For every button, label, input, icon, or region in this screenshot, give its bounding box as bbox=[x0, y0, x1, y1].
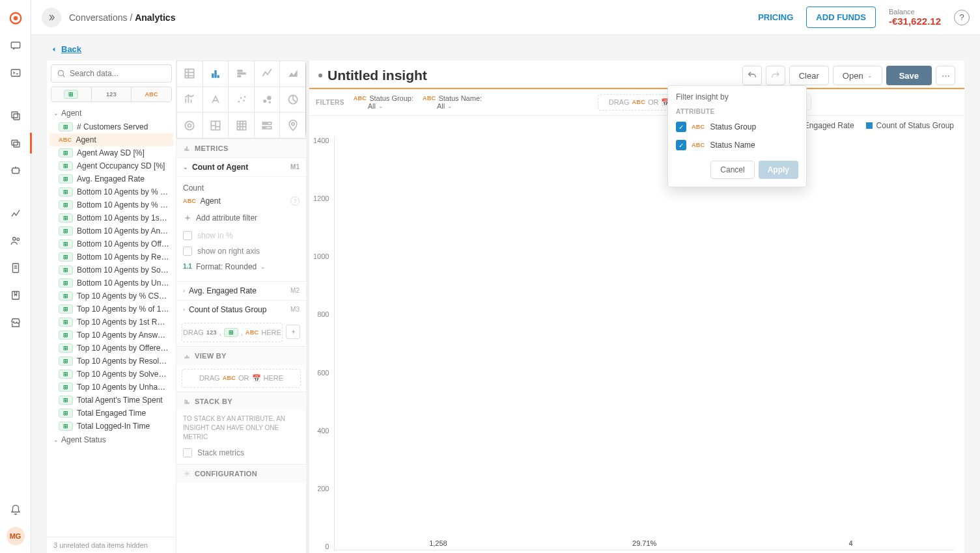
tree-group[interactable]: ⌄Agent bbox=[49, 106, 173, 120]
nav-analytics-icon[interactable] bbox=[5, 133, 26, 154]
tree-item[interactable]: ⊞Top 10 Agents by % of 1 To... bbox=[49, 303, 173, 316]
nav-reports-icon[interactable] bbox=[5, 203, 26, 224]
show-in-percent-checkbox[interactable]: show in % bbox=[183, 228, 300, 243]
add-funds-button[interactable]: ADD FUNDS bbox=[806, 7, 876, 28]
metric-avg-engaged-rate[interactable]: ›Avg. Engaged Rate M2 bbox=[176, 281, 306, 300]
chart-bar[interactable]: 1,258 bbox=[399, 539, 477, 550]
type-tab-metric[interactable]: ⊞ bbox=[51, 87, 92, 101]
filter-chip-status-group[interactable]: ABCStatus Group: All⌄ bbox=[354, 94, 413, 110]
legend-item[interactable]: Count of Status Group bbox=[866, 121, 954, 130]
tree-item[interactable]: ⊞Top 10 Agents by % CSAT ... bbox=[49, 290, 173, 303]
logo-icon[interactable] bbox=[5, 8, 26, 29]
stack-metrics-checkbox[interactable]: Stack metrics bbox=[176, 446, 306, 464]
tree-item[interactable]: ⊞Agent Away SD [%] bbox=[49, 146, 173, 159]
metric-attribute-agent[interactable]: ABC Agent ? bbox=[183, 194, 300, 208]
chart-type-donut[interactable] bbox=[177, 113, 203, 138]
tree-item[interactable]: ⊞Bottom 10 Agents by Resol... bbox=[49, 250, 173, 263]
tree-item[interactable]: ⊞Top 10 Agents by Unhandle... bbox=[49, 381, 173, 394]
viewby-drop-zone[interactable]: DRAG ABC OR 📅 HERE bbox=[182, 369, 301, 388]
insight-title[interactable]: Untitled insight bbox=[328, 68, 427, 83]
tree-item[interactable]: ⊞Top 10 Agents by Offered C... bbox=[49, 342, 173, 355]
tree-item[interactable]: ⊞Total Logged-In Time bbox=[49, 420, 173, 433]
popover-subheading: ATTRIBUTE bbox=[668, 105, 806, 118]
svg-rect-7 bbox=[14, 142, 20, 148]
tree-item[interactable]: ⊞Total Engaged Time bbox=[49, 407, 173, 420]
tree-item[interactable]: ⊞# Customers Served bbox=[49, 120, 173, 133]
tree-item[interactable]: ⊞Bottom 10 Agents by Unha... bbox=[49, 276, 173, 290]
chart-type-line[interactable] bbox=[255, 61, 280, 87]
chart-type-heatmap[interactable] bbox=[229, 113, 254, 138]
metric-count-of-status-group[interactable]: ›Count of Status Group M3 bbox=[176, 300, 306, 319]
tree-item[interactable]: ⊞Agent Occupancy SD [%] bbox=[49, 159, 173, 172]
chart-bar[interactable]: 29.71% bbox=[606, 539, 684, 550]
chart-type-column[interactable] bbox=[203, 61, 229, 87]
search-input[interactable] bbox=[51, 64, 172, 83]
save-button[interactable]: Save bbox=[886, 66, 932, 85]
chart-type-pie[interactable] bbox=[280, 87, 305, 113]
tree-item[interactable]: ⊞Bottom 10 Agents by 1st R... bbox=[49, 211, 173, 224]
tree-item[interactable]: ⊞Bottom 10 Agents by Answ... bbox=[49, 224, 173, 237]
format-selector[interactable]: 1.1 Format: Rounded ⌄ bbox=[183, 259, 300, 275]
back-link[interactable]: Back bbox=[47, 44, 964, 54]
pricing-link[interactable]: PRICING bbox=[753, 8, 798, 26]
filter-chip-status-name[interactable]: ABCStatus Name: All⌄ bbox=[423, 94, 482, 110]
chart-type-headline[interactable] bbox=[203, 87, 229, 113]
notifications-icon[interactable] bbox=[5, 500, 26, 520]
help-icon[interactable]: ? bbox=[954, 10, 970, 25]
expand-sidebar-button[interactable] bbox=[42, 8, 61, 27]
tree-item[interactable]: ⊞Top 10 Agents by 1st Resp... bbox=[49, 316, 173, 329]
tree-item[interactable]: ⊞Top 10 Agents by Resolutio... bbox=[49, 355, 173, 368]
tree-item[interactable]: ⊞Top 10 Agents by Solved C... bbox=[49, 368, 173, 381]
chart-type-geo[interactable] bbox=[280, 113, 305, 138]
svg-point-20 bbox=[238, 101, 240, 103]
nav-docs-icon[interactable] bbox=[5, 258, 26, 278]
tree-item[interactable]: ⊞Avg. Engaged Rate bbox=[49, 172, 173, 185]
type-tab-attribute[interactable]: ABC bbox=[132, 87, 171, 101]
show-on-right-axis-checkbox[interactable]: show on right axis bbox=[183, 243, 300, 259]
type-tab-number[interactable]: 123 bbox=[92, 87, 132, 101]
tree-group[interactable]: ⌄Agent Status bbox=[49, 433, 173, 447]
nav-bookmark-icon[interactable] bbox=[5, 285, 26, 306]
nav-layers-icon[interactable] bbox=[5, 105, 26, 126]
chart-type-treemap[interactable] bbox=[203, 113, 229, 138]
tree-item[interactable]: ⊞Bottom 10 Agents by Offer... bbox=[49, 237, 173, 250]
configuration-section-header[interactable]: CONFIGURATION bbox=[176, 464, 306, 483]
add-metric-button[interactable]: ＋ bbox=[286, 325, 300, 339]
chart-type-table[interactable] bbox=[177, 61, 203, 87]
tree-item[interactable]: ⊞Top 10 Agents by Answere... bbox=[49, 329, 173, 342]
chart-type-bubble[interactable] bbox=[255, 87, 280, 113]
nav-console-icon[interactable] bbox=[5, 62, 26, 83]
popover-option-status-name[interactable]: ✓ ABC Status Name bbox=[668, 136, 806, 154]
chart-type-bullet[interactable] bbox=[255, 113, 280, 138]
nav-people-icon[interactable] bbox=[5, 230, 26, 251]
nav-store-icon[interactable] bbox=[5, 312, 26, 333]
chart-type-combo[interactable] bbox=[177, 87, 203, 113]
clear-button[interactable]: Clear bbox=[789, 66, 829, 85]
chart-bar[interactable]: 4 bbox=[812, 539, 890, 550]
nav-bot-icon[interactable] bbox=[5, 160, 26, 181]
tree-item[interactable]: ⊞Bottom 10 Agents by % CS... bbox=[49, 185, 173, 198]
redo-button[interactable] bbox=[766, 66, 785, 85]
stackby-section-header: STACK BY bbox=[176, 392, 306, 411]
metric-drop-zone[interactable]: DRAG 123, ⊞, ABC HERE ＋ bbox=[182, 323, 283, 342]
popover-apply-button[interactable]: Apply bbox=[759, 161, 798, 179]
popover-option-status-group[interactable]: ✓ ABC Status Group bbox=[668, 118, 806, 136]
tree-item[interactable]: ⊞Bottom 10 Agents by % of ... bbox=[49, 198, 173, 211]
metric-count-of-agent[interactable]: ⌄Count of Agent M1 bbox=[176, 157, 306, 176]
chart-legend: Avg. Engaged Rate Count of Status Group bbox=[309, 116, 964, 130]
user-avatar[interactable]: MG bbox=[7, 527, 25, 545]
nav-messages-icon[interactable] bbox=[5, 35, 26, 56]
svg-rect-8 bbox=[12, 168, 19, 173]
chart-type-area[interactable] bbox=[280, 61, 305, 87]
tree-item[interactable]: ABCAgent bbox=[49, 133, 173, 146]
undo-button[interactable] bbox=[742, 66, 762, 85]
help-hint-icon[interactable]: ? bbox=[290, 196, 300, 206]
open-dropdown[interactable]: Open⌄ bbox=[833, 66, 882, 85]
add-attribute-filter[interactable]: ＋ Add attribute filter bbox=[183, 208, 300, 228]
tree-item[interactable]: ⊞Bottom 10 Agents by Solve... bbox=[49, 263, 173, 276]
popover-cancel-button[interactable]: Cancel bbox=[710, 161, 754, 179]
tree-item[interactable]: ⊞Total Agent's Time Spent bbox=[49, 394, 173, 407]
chart-type-bar[interactable] bbox=[229, 61, 254, 87]
more-options-button[interactable]: ⋯ bbox=[936, 66, 955, 85]
chart-type-scatter[interactable] bbox=[229, 87, 254, 113]
